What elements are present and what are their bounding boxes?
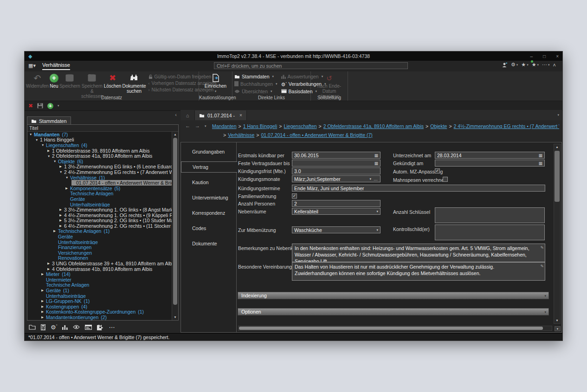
chevron-down-icon[interactable]: ▾ (376, 210, 378, 213)
scroll-down-icon[interactable]: ▼ (172, 315, 178, 320)
collapsed-icon[interactable]: ▶ (41, 315, 46, 319)
section-optionen[interactable]: Optionen▾ (238, 308, 549, 315)
tree-item[interactable]: Geräte (27, 196, 172, 202)
widerrufen-button[interactable]: ↶ Widerrufen (26, 72, 49, 89)
expanded-icon[interactable]: ▼ (41, 143, 46, 147)
tree-item[interactable]: Finanzierungen (27, 244, 172, 250)
breadcrumb-link[interactable]: Objekte (430, 123, 447, 129)
collapsed-icon[interactable]: ▶ (65, 186, 70, 190)
kuendigungsfrist-field[interactable]: 3.0 (292, 167, 381, 174)
scroll-up-icon[interactable]: ▲ (172, 132, 178, 137)
stammdaten-link-button[interactable]: Stammdaten▾ (234, 73, 277, 80)
close-tab-icon[interactable]: × (239, 113, 242, 118)
feste-vertragsdauer-bis-field[interactable]: ▦ (292, 160, 381, 167)
tree-item[interactable]: ▶1 Obfelderstrasse 39, 8910 Affoltern am… (27, 148, 172, 154)
tree-item[interactable]: ▶4 4½-Zimmerwohnung 1. OG rechts • (9 Kä… (27, 212, 172, 218)
collapsed-icon[interactable]: ▶ (41, 305, 46, 308)
calendar-icon[interactable]: ▦ (374, 153, 378, 158)
more-options-icon[interactable]: … (374, 177, 378, 181)
calendar-icon[interactable]: ▦ (374, 161, 378, 166)
breadcrumb-link[interactable]: Liegenschaften (284, 123, 316, 129)
chevron-down-icon[interactable]: ▾ (376, 228, 378, 232)
horizontal-scrollbar[interactable] (238, 326, 552, 331)
expanded-icon[interactable]: ▼ (35, 138, 40, 141)
expanded-icon[interactable]: ▼ (53, 160, 58, 163)
tree-item[interactable]: ▶3 3½-Zimmerwohnung 1. OG links • (8 Ang… (27, 207, 172, 212)
tree-item[interactable]: ▶Mandantenkontierungen(2) (27, 315, 172, 320)
basisdaten-card-icon[interactable] (85, 325, 92, 330)
add-favorite-star-icon[interactable]: ★▾ (532, 62, 539, 68)
nav-tab-korrespondenz[interactable]: Korrespondenz (181, 207, 236, 218)
favorites-star-icon[interactable]: ★▾ (521, 62, 528, 68)
tab-stammdaten[interactable]: Stammdaten (27, 116, 71, 125)
bemerkungen-nebenkosten-textarea[interactable]: In den Nebenkosten enthalten sind: Heizu… (292, 244, 545, 262)
tree-item[interactable]: ▶6 4½-Zimmerwohnung 2. OG rechts • (11 S… (27, 223, 172, 229)
tree-scrollbar[interactable]: ▲ ▼ (172, 132, 178, 320)
nav-back-icon[interactable]: ← (185, 123, 190, 129)
collapsed-icon[interactable]: ▶ (59, 213, 64, 217)
tree-item[interactable]: Untermieter (27, 277, 172, 283)
tree-item[interactable]: 01.07.2014 - offen • Anderwert Werner & … (27, 180, 172, 186)
tree-item[interactable]: ▶Kostenkonto-Kostengruppe-Zuordnungen(1) (27, 309, 172, 315)
expanded-icon[interactable]: ▼ (47, 154, 52, 158)
tree-item[interactable]: ▼Liegenschaften(4) (27, 142, 172, 148)
services-gears-icon[interactable] (97, 324, 103, 330)
collapsed-icon[interactable]: ▶ (41, 310, 46, 314)
dokumente-suchen-button[interactable]: Dokumente suchen (122, 72, 146, 94)
besondere-vereinbarungen-textarea[interactable]: Das Halten von Haustieren ist nur mit au… (292, 262, 545, 281)
zur-mitbenuetzung-combo[interactable]: Waschküche▾ (292, 226, 381, 233)
module-tab-verhaeltnisse[interactable]: Verhältnisse (42, 62, 70, 70)
tree-item[interactable]: Technische Anlagen (27, 283, 172, 288)
close-button[interactable]: × (554, 54, 561, 59)
tree-item[interactable]: Versicherungen (27, 250, 172, 256)
collapsed-icon[interactable]: ▶ (47, 267, 52, 271)
nav-tab-dokumente[interactable]: Dokumente (181, 238, 236, 249)
gekuendigt-am-field[interactable]: ▦ (435, 160, 545, 167)
collapsed-icon[interactable]: ▶ (47, 262, 52, 265)
uebersichten-eye-icon[interactable] (73, 325, 80, 329)
tree-item[interactable]: Unterhaltseinträge (27, 202, 172, 207)
chevron-down-icon[interactable]: ▾ (369, 177, 371, 181)
app-menu-button[interactable]: ▦▾ (28, 63, 36, 69)
breadcrumb-link[interactable]: 1 Hans Binggeli (243, 123, 277, 129)
tree-item[interactable]: ▼2 Obfelderstrasse 41a, 8910 Affoltern a… (27, 153, 172, 159)
expanded-icon[interactable]: ▼ (59, 170, 64, 174)
tree-item[interactable]: ▶5 3½-Zimmerwohnung 2. OG links • (10 St… (27, 218, 172, 224)
calendar-icon[interactable]: ▦ (538, 161, 542, 166)
settings-gear-icon[interactable]: ⚙▾ (511, 62, 518, 68)
erstmals-kuendbar-per-field[interactable]: 30.06.2015▦ (292, 152, 381, 159)
neu-button[interactable]: + Neu (49, 72, 59, 89)
tree-item[interactable]: ▼1 Hans Binggeli (27, 137, 172, 143)
collapsed-icon[interactable]: ▶ (41, 299, 46, 303)
collapsed-icon[interactable]: ▶ (59, 218, 64, 222)
buchhaltungen-link-button[interactable]: Buchhaltungen▾ (234, 80, 277, 87)
familienwohnung-checkbox[interactable]: ✓ (292, 193, 297, 199)
collapse-panel-icon[interactable]: ‹ (175, 112, 177, 117)
nav-forward-icon[interactable]: → (195, 123, 200, 129)
tree-item[interactable]: ▶4 Obfelderstrasse 41b, 8910 Affoltern a… (27, 266, 172, 272)
edit-icon[interactable]: ✎ (540, 244, 544, 251)
section-indexierung[interactable]: Indexierung▾ (238, 292, 549, 299)
collapsed-icon[interactable]: ▶ (59, 208, 64, 212)
search-input[interactable] (214, 62, 408, 69)
collapsed-icon[interactable]: ▶ (47, 149, 52, 153)
einreichen-button[interactable]: Einreichen ▾ (201, 72, 231, 94)
cancel-x-icon[interactable]: ✖ (28, 103, 33, 109)
mahnspesen-verrechnen-checkbox[interactable] (443, 177, 448, 182)
autom-mz-anpassung-checkbox[interactable]: ✓ (435, 168, 440, 174)
nav-tab-codes[interactable]: Codes (181, 223, 236, 234)
scroll-corner-dropdown-icon[interactable]: ▾ (555, 326, 561, 331)
collapsed-icon[interactable]: ▶ (59, 224, 64, 228)
nav-tab-untervermietung[interactable]: Untervermietung (181, 192, 236, 203)
tree-item[interactable]: ▶3 UNG Obfelderstrasse 39 + 41a, 8910 Af… (27, 261, 172, 266)
tree-item[interactable]: ▶Kostengruppen(4) (27, 304, 172, 309)
auswertungen-chart-icon[interactable] (62, 324, 68, 330)
collapsed-icon[interactable]: ▶ (53, 229, 58, 233)
tree-item[interactable]: ▼Verhältnisse(1) (27, 175, 172, 180)
tree-item[interactable]: ▶Geräte(1) (27, 288, 172, 293)
nav-history-dropdown-icon[interactable]: ▾ (205, 123, 206, 129)
user-icon[interactable] (502, 62, 508, 68)
kontrollschilder-textarea[interactable] (435, 225, 545, 240)
nav-tab-kaution[interactable]: Kaution (181, 177, 236, 188)
save-disk-icon[interactable] (37, 103, 43, 109)
